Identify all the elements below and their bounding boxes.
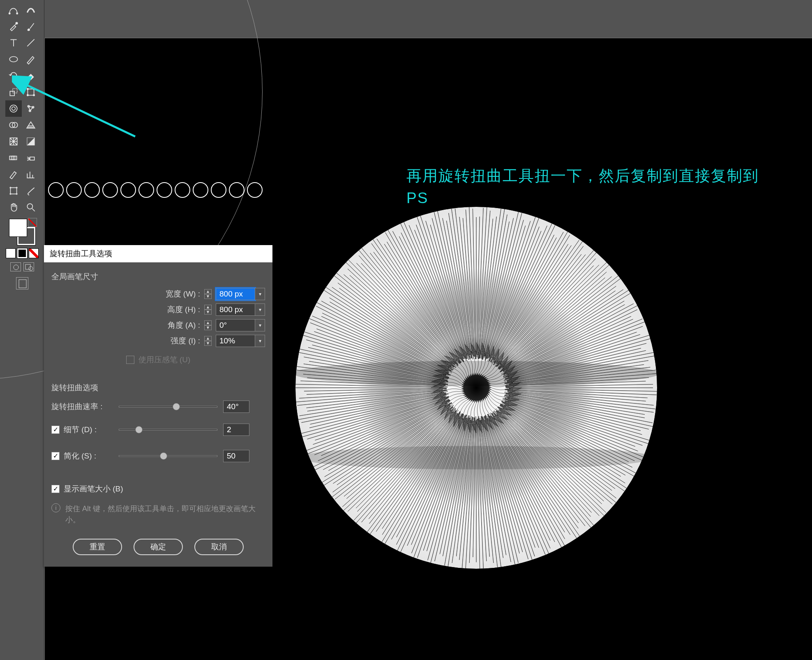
height-spinner[interactable]: ▲▼ <box>204 305 212 315</box>
cancel-button[interactable]: 取消 <box>194 539 244 555</box>
intensity-input[interactable]: 10% <box>216 335 255 347</box>
twirl-tool-options-dialog: 旋转扭曲工具选项 全局画笔尺寸 宽度 (W) : ▲▼ 800 px ▾ 高度 … <box>44 245 272 567</box>
rate-slider[interactable] <box>119 406 217 408</box>
reset-button[interactable]: 重置 <box>73 539 122 555</box>
ok-button[interactable]: 确定 <box>134 539 183 555</box>
dialog-title: 旋转扭曲工具选项 <box>44 245 272 262</box>
detail-slider[interactable] <box>119 429 217 431</box>
svg-point-30 <box>293 361 659 386</box>
rate-label: 旋转扭曲速率 : <box>51 401 113 412</box>
rate-value[interactable]: 40° <box>223 401 249 413</box>
angle-spinner[interactable]: ▲▼ <box>204 320 212 330</box>
info-icon: i <box>51 503 60 512</box>
intensity-spinner[interactable]: ▲▼ <box>204 336 212 346</box>
brush-size-section-label: 全局画笔尺寸 <box>51 271 265 282</box>
intensity-label: 强度 (I) : <box>171 336 200 346</box>
pressure-pen-label: 使用压感笔 (U) <box>138 354 191 365</box>
simplify-label: 简化 (S) : <box>64 451 96 461</box>
height-label: 高度 (H) : <box>167 304 200 315</box>
detail-checkbox[interactable]: ✓ 细节 (D) : <box>51 424 113 435</box>
simplify-value[interactable]: 50 <box>223 450 249 462</box>
show-brush-size-label: 显示画笔大小 (B) <box>64 484 123 494</box>
annotation-line1: 再用旋转扭曲工具扭一下，然后复制到直接复制到 <box>406 165 759 187</box>
app-root: 再用旋转扭曲工具扭一下，然后复制到直接复制到 PS <box>0 0 812 660</box>
intensity-dropdown[interactable]: ▾ <box>255 335 265 347</box>
sample-circles-row <box>48 182 263 198</box>
width-spinner[interactable]: ▲▼ <box>204 289 212 299</box>
width-input[interactable]: 800 px <box>216 288 255 300</box>
width-label: 宽度 (W) : <box>166 289 200 299</box>
tip-row: i 按住 Alt 键，然后使用该工具单击，即可相应地更改画笔大小。 <box>51 503 265 526</box>
pressure-pen-checkbox: ✓ 使用压感笔 (U) <box>126 354 191 365</box>
simplify-slider[interactable] <box>119 455 217 457</box>
detail-value[interactable]: 2 <box>223 424 249 436</box>
detail-label: 细节 (D) : <box>64 424 97 435</box>
angle-input[interactable]: 0° <box>216 319 255 331</box>
twirl-artwork <box>287 199 665 577</box>
height-input[interactable]: 800 px <box>216 303 255 316</box>
angle-label: 角度 (A) : <box>168 320 200 331</box>
simplify-checkbox[interactable]: ✓ 简化 (S) : <box>51 451 113 461</box>
height-dropdown[interactable]: ▾ <box>255 303 265 316</box>
angle-dropdown[interactable]: ▾ <box>255 319 265 331</box>
tip-text: 按住 Alt 键，然后使用该工具单击，即可相应地更改画笔大小。 <box>65 503 265 526</box>
show-brush-size-checkbox[interactable]: ✓ 显示画笔大小 (B) <box>51 484 265 494</box>
svg-point-31 <box>300 446 653 469</box>
width-dropdown[interactable]: ▾ <box>255 288 265 300</box>
twirl-section-label: 旋转扭曲选项 <box>51 382 265 393</box>
